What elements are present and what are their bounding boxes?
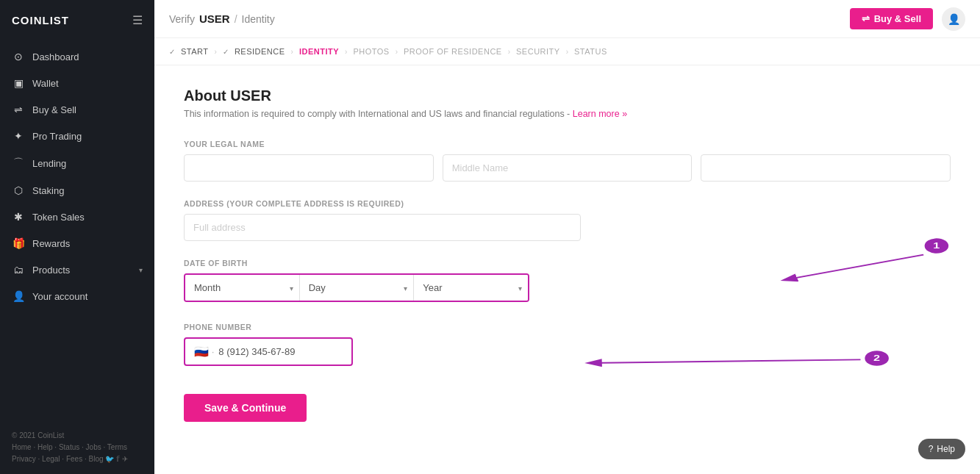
products-chevron-icon: ▾ — [139, 266, 143, 274]
buy-sell-button[interactable]: ⇌ Buy & Sell — [850, 8, 933, 29]
breadcrumb: ✓ START › ✓ RESIDENCE › IDENTITY › PHOTO… — [154, 38, 980, 65]
products-label: Products — [32, 265, 132, 276]
user-profile-button[interactable]: 👤 — [942, 7, 965, 31]
save-continue-button[interactable]: Save & Continue — [184, 394, 307, 422]
staking-icon: ⬡ — [12, 184, 25, 196]
lending-label: Lending — [32, 158, 143, 169]
help-button[interactable]: ? Help — [918, 439, 965, 459]
bc-label-proof: PROOF OF RESIDENCE — [404, 47, 502, 56]
help-label: Help — [937, 444, 955, 454]
month-select-wrapper: Month January February March April May J… — [185, 275, 300, 301]
first-name-input[interactable] — [184, 154, 434, 182]
breadcrumb-sep-4: › — [396, 48, 398, 56]
phone-label: PHONE NUMBER — [184, 323, 951, 331]
breadcrumb-sep-2: › — [291, 48, 293, 56]
sidebar-item-your-account[interactable]: 👤 Your account — [0, 283, 154, 309]
topbar-slash: / — [235, 13, 237, 25]
dob-label: DATE OF BIRTH — [184, 259, 951, 267]
footer-links: Home · Help · Status · Jobs · TermsPriva… — [12, 442, 143, 465]
topbar-identity-label: Identity — [242, 13, 275, 25]
day-select-wrapper: Day 123456789101112131415161718192021222… — [300, 275, 415, 301]
last-name-input[interactable] — [701, 154, 951, 182]
copyright: © 2021 CoinList — [12, 430, 143, 442]
middle-name-input[interactable] — [443, 154, 693, 182]
about-user-name: USER — [230, 87, 271, 104]
breadcrumb-identity[interactable]: IDENTITY — [299, 47, 339, 56]
learn-more-link[interactable]: Learn more » — [573, 109, 627, 119]
products-icon: 🗂 — [12, 264, 25, 276]
hamburger-icon[interactable]: ☰ — [132, 13, 143, 27]
bc-label-start: START — [181, 47, 209, 56]
sidebar-item-token-sales[interactable]: ✱ Token Sales — [0, 204, 154, 230]
month-select[interactable]: Month January February March April May J… — [185, 275, 299, 301]
topbar-actions: ⇌ Buy & Sell 👤 — [850, 7, 965, 31]
phone-input[interactable] — [218, 346, 343, 357]
breadcrumb-sep-6: › — [566, 48, 568, 56]
coinlist-logo: COINLIST — [12, 14, 69, 26]
day-select[interactable]: Day 123456789101112131415161718192021222… — [300, 275, 414, 301]
sidebar-footer: © 2021 CoinList Home · Help · Status · J… — [0, 421, 154, 474]
rewards-label: Rewards — [32, 238, 143, 249]
about-section: About USER This information is required … — [184, 87, 951, 119]
sidebar-item-buy-sell[interactable]: ⇌ Buy & Sell — [0, 96, 154, 123]
about-label: About — [184, 87, 226, 104]
sidebar-item-rewards[interactable]: 🎁 Rewards — [0, 230, 154, 256]
form-section: YOUR LEGAL NAME ADDRESS (YOUR COMPLETE A… — [184, 140, 951, 422]
check-icon-2: ✓ — [223, 48, 229, 56]
buy-sell-icon: ⇌ — [862, 13, 870, 24]
about-description: This information is required to comply w… — [184, 109, 951, 119]
breadcrumb-security[interactable]: SECURITY — [516, 47, 560, 56]
pro-trading-icon: ✦ — [12, 130, 25, 142]
bc-label-security: SECURITY — [516, 47, 560, 56]
buy-sell-icon: ⇌ — [12, 104, 25, 115]
breadcrumb-photos[interactable]: PHOTOS — [353, 47, 389, 56]
sidebar-item-lending[interactable]: ⌒ Lending — [0, 149, 154, 177]
pro-trading-label: Pro Trading — [32, 131, 143, 142]
your-account-icon: 👤 — [12, 290, 25, 302]
bc-label-photos: PHOTOS — [353, 47, 389, 56]
breadcrumb-status[interactable]: STATUS — [574, 47, 607, 56]
buy-sell-label: Buy & Sell — [32, 104, 143, 115]
wallet-icon: ▣ — [12, 77, 25, 89]
address-section: ADDRESS (YOUR COMPLETE ADDRESS IS REQUIR… — [184, 199, 951, 241]
bc-label-identity: IDENTITY — [299, 47, 339, 56]
phone-separator: · — [212, 347, 214, 357]
bc-label-residence: RESIDENCE — [235, 47, 285, 56]
phone-flag-icon: 🇷🇺 — [194, 345, 209, 359]
breadcrumb-proof[interactable]: PROOF OF RESIDENCE — [404, 47, 502, 56]
breadcrumb-residence[interactable]: ✓ RESIDENCE — [223, 47, 285, 56]
help-icon: ? — [929, 444, 934, 454]
year-select-wrapper: Year 20102009200820072006200520042003200… — [414, 275, 528, 301]
verify-label: Verify — [169, 13, 195, 25]
phone-input-wrapper: 🇷🇺 · — [184, 337, 353, 366]
dob-selects: Month January February March April May J… — [184, 273, 529, 302]
sidebar-item-dashboard[interactable]: ⊙ Dashboard — [0, 43, 154, 70]
breadcrumb-sep-5: › — [508, 48, 510, 56]
token-sales-label: Token Sales — [32, 212, 143, 223]
sidebar-item-staking[interactable]: ⬡ Staking — [0, 177, 154, 204]
topbar-breadcrumb: Verify USER / Identity — [169, 12, 275, 25]
content-area: About USER This information is required … — [154, 65, 980, 474]
bc-label-status: STATUS — [574, 47, 607, 56]
sidebar-header: COINLIST ☰ — [0, 0, 154, 40]
lending-icon: ⌒ — [12, 157, 25, 170]
staking-label: Staking — [32, 185, 143, 196]
desc-text: This information is required to comply w… — [184, 109, 570, 119]
dashboard-icon: ⊙ — [12, 51, 25, 62]
your-account-label: Your account — [32, 291, 143, 302]
topbar-user-label: USER — [199, 12, 230, 25]
buy-sell-label: Buy & Sell — [874, 13, 921, 24]
year-select[interactable]: Year 20102009200820072006200520042003200… — [414, 275, 528, 301]
sidebar-nav: ⊙ Dashboard ▣ Wallet ⇌ Buy & Sell ✦ Pro … — [0, 40, 154, 421]
token-sales-icon: ✱ — [12, 211, 25, 223]
breadcrumb-start[interactable]: ✓ START — [169, 47, 209, 56]
dob-section: DATE OF BIRTH Month January February Mar… — [184, 259, 951, 302]
address-input[interactable] — [184, 214, 581, 241]
topbar: Verify USER / Identity ⇌ Buy & Sell 👤 — [154, 0, 980, 38]
sidebar-item-pro-trading[interactable]: ✦ Pro Trading — [0, 123, 154, 149]
breadcrumb-sep-1: › — [215, 48, 217, 56]
sidebar-item-wallet[interactable]: ▣ Wallet — [0, 70, 154, 96]
phone-section: PHONE NUMBER 🇷🇺 · — [184, 323, 951, 366]
sidebar-item-products[interactable]: 🗂 Products ▾ — [0, 256, 154, 283]
rewards-icon: 🎁 — [12, 237, 25, 249]
